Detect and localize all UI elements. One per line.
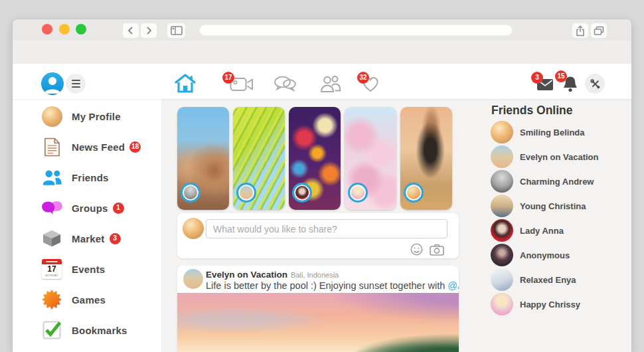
friend-avatar [491, 293, 513, 315]
sidebar-item-bookmarks[interactable]: Bookmarks [13, 315, 161, 345]
sidebar-item-label: Friends [72, 172, 109, 183]
share-button[interactable] [572, 23, 588, 38]
post-image[interactable] [177, 293, 459, 352]
sidebar-item-label: My Profile [72, 111, 121, 122]
friend-name: Evelyn on Vacation [520, 152, 599, 162]
post-location: Bali, Indonesia [291, 271, 339, 279]
story-card-cherry-blossoms[interactable] [345, 107, 396, 210]
friend-row[interactable]: Relaxed Enya [491, 268, 630, 291]
story-card-night-bokeh[interactable] [289, 107, 341, 210]
speech-bubbles-magenta-icon [41, 199, 63, 217]
story-avatar [348, 183, 368, 203]
browser-toolbar [13, 19, 631, 41]
back-button[interactable] [123, 23, 139, 38]
friend-row[interactable]: Happy Chrissy [491, 293, 630, 315]
friend-avatar [491, 170, 513, 193]
friend-name: Smiling Belinda [520, 128, 585, 137]
story-avatar [292, 183, 312, 203]
likes-badge: 32 [357, 72, 369, 84]
sidebar-item-my-profile[interactable]: My Profile [13, 101, 161, 132]
post-text: Life is better by the pool :) Enjoying s… [206, 280, 459, 291]
sidebar-item-label: Market [72, 233, 105, 244]
sidebar-item-label: News Feed [72, 141, 125, 153]
home-nav-button[interactable] [174, 73, 197, 96]
story-card-beach-workout[interactable] [400, 107, 452, 210]
sidebar-item-events[interactable]: 17 MONDAY Events [13, 254, 161, 284]
sidebar-toggle-button[interactable] [167, 23, 185, 38]
friend-avatar [491, 145, 513, 168]
feed-post: Evelyn on VacationBali, Indonesia Life i… [177, 266, 459, 352]
story-avatar [404, 183, 424, 203]
composer-avatar [183, 218, 204, 239]
app-top-band [13, 41, 631, 64]
share-up-arrow-icon [576, 25, 585, 37]
emoji-button[interactable] [410, 243, 423, 258]
smiley-icon [410, 243, 423, 256]
messages-badge: 3 [531, 72, 543, 84]
profile-avatar-button[interactable] [41, 72, 64, 95]
friend-name: Charming Andrew [520, 177, 594, 187]
sidebar-item-games[interactable]: Games [13, 284, 161, 315]
friend-row[interactable]: Young Christina [491, 195, 630, 217]
friend-name: Anonymous [520, 250, 570, 260]
friend-row[interactable]: Lady Anna [491, 219, 630, 242]
minimize-window-button[interactable] [59, 24, 70, 35]
video-badge: 17 [222, 72, 234, 84]
add-photo-button[interactable] [430, 244, 444, 258]
friend-avatar [491, 244, 513, 266]
post-author[interactable]: Evelyn on VacationBali, Indonesia [206, 270, 339, 280]
friend-name: Lady Anna [520, 226, 564, 236]
story-card-couple-selfie[interactable] [177, 107, 229, 210]
sidebar-badge: 1 [113, 203, 124, 214]
chevron-right-icon [144, 25, 153, 36]
chat-bubbles-icon [274, 76, 296, 92]
friend-avatar [491, 121, 513, 143]
sidebar-item-label: Events [72, 264, 105, 275]
document-icon [44, 137, 60, 157]
two-people-blue-icon [42, 169, 62, 186]
friend-avatar [491, 195, 513, 217]
sidebar-item-news-feed[interactable]: News Feed 18 [13, 132, 161, 162]
friends-online-title: Friends Online [491, 104, 573, 118]
person-icon [41, 72, 64, 95]
sidebar-item-friends[interactable]: Friends [13, 162, 161, 193]
menu-button[interactable] [66, 74, 86, 94]
friends-nav-button[interactable] [320, 75, 341, 96]
post-composer [177, 213, 459, 258]
browser-window: 17 32 3 [12, 19, 632, 352]
zoom-window-button[interactable] [76, 24, 86, 35]
tabs-overview-button[interactable] [591, 23, 607, 38]
settings-button[interactable] [585, 74, 605, 94]
url-input[interactable] [199, 25, 513, 36]
crossed-tools-icon [590, 78, 601, 90]
friend-row[interactable]: Evelyn on Vacation [491, 145, 630, 168]
sidebar-item-market[interactable]: Market 3 [13, 223, 161, 254]
post-avatar[interactable] [183, 269, 203, 289]
chat-nav-button[interactable] [274, 76, 296, 94]
camera-icon [430, 244, 444, 256]
home-icon [174, 73, 197, 94]
people-icon [320, 75, 341, 93]
share-input[interactable] [206, 219, 447, 238]
friend-row[interactable]: Anonymous [491, 244, 630, 266]
mention-link[interactable]: @Andrew [447, 280, 459, 291]
friend-row[interactable]: Charming Andrew [491, 170, 630, 193]
sidebar-item-label: Bookmarks [72, 325, 127, 336]
sidebar-badge: 3 [110, 233, 121, 244]
chevron-left-icon [126, 25, 135, 36]
calendar-icon: 17 MONDAY [42, 259, 62, 279]
overlapping-windows-icon [594, 26, 604, 36]
close-window-button[interactable] [42, 24, 52, 35]
orange-starburst-icon [41, 289, 62, 310]
story-card-palm-leaves[interactable] [233, 107, 285, 210]
forward-button[interactable] [141, 23, 157, 38]
friend-avatar [491, 219, 513, 242]
user-photo-icon [42, 106, 62, 127]
friend-row[interactable]: Smiling Belinda [491, 121, 630, 143]
left-sidebar: My Profile News Feed 18 [13, 99, 161, 352]
friend-name: Relaxed Enya [520, 275, 576, 285]
sidebar-item-label: Groups [72, 203, 108, 214]
notifications-badge: 15 [555, 70, 567, 82]
panel-layout-icon [171, 26, 183, 35]
sidebar-item-groups[interactable]: Groups 1 [13, 193, 161, 223]
